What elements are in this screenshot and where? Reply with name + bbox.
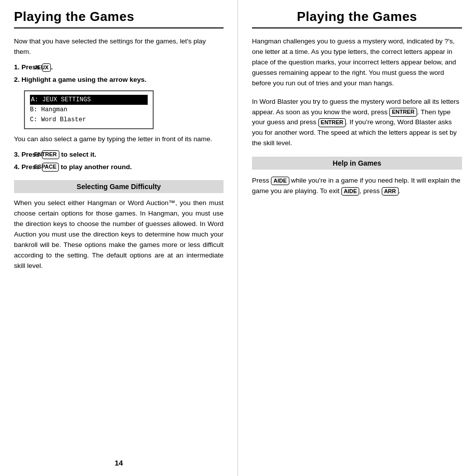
step-4-after: to play another round.: [59, 163, 132, 171]
wordblaster-text: In Word Blaster you try to guess the mys…: [252, 97, 462, 149]
page-container: Playing the Games Now that you have sele…: [0, 0, 476, 476]
step-2-text: Highlight a game using the arrow keys.: [21, 76, 147, 83]
right-divider: [252, 27, 462, 28]
left-divider: [14, 27, 224, 28]
left-column: Playing the Games Now that you have sele…: [0, 0, 238, 476]
step-4: 4. Press ESPACE to play another round.: [14, 162, 224, 173]
screen-row-2: B: Hangman: [30, 105, 148, 115]
entrer-key-wb1: ENTRER: [389, 108, 417, 116]
left-page-title: Playing the Games: [14, 9, 224, 24]
jeux-key: JEUX: [42, 63, 51, 72]
right-column: Playing the Games Hangman challenges you…: [238, 0, 476, 476]
step-3-num: 3.: [14, 151, 21, 158]
step-1: 1. Press JEUX.: [14, 62, 224, 73]
hangman-text: Hangman challenges you to guess a myster…: [252, 36, 462, 89]
step-2-num: 2.: [14, 76, 21, 83]
step-4-num: 4.: [14, 163, 21, 171]
step-2: 2. Highlight a game using the arrow keys…: [14, 75, 224, 85]
screen-display: A: JEUX SETTINGS B: Hangman C: Word Blas…: [24, 90, 154, 129]
screen-note: You can also select a game by typing the…: [14, 134, 224, 145]
step-1-after: .: [51, 63, 53, 71]
steps-list: 1. Press JEUX. 2. Highlight a game using…: [14, 62, 224, 85]
help-section-header: Help in Games: [252, 157, 462, 170]
entrer-key-1: ENTRER: [42, 150, 59, 159]
steps-list-2: 3. Press ENTRER to select it. 4. Press E…: [14, 150, 224, 173]
help-text: Press AIDE while you're in a game if you…: [252, 176, 462, 197]
screen-row-3: C: Word Blaster: [30, 115, 148, 125]
entrer-key-wb2: ENTRER: [318, 118, 346, 127]
screen-row-1: A: JEUX SETTINGS: [30, 95, 148, 105]
step-1-num: 1.: [14, 63, 21, 71]
arr-key: ARR: [382, 187, 399, 196]
aide-key-1: AIDE: [271, 177, 289, 185]
page-number: 14: [115, 459, 123, 467]
difficulty-section-header: Selecting Game Difficulty: [14, 180, 224, 193]
help-text-3: , press: [359, 187, 381, 195]
aide-key-2: AIDE: [341, 187, 359, 196]
screen-highlighted-row: A: JEUX SETTINGS: [30, 95, 148, 105]
intro-text: Now that you have selected the settings …: [14, 36, 224, 57]
right-page-title: Playing the Games: [252, 9, 462, 24]
help-text-1: Press: [252, 177, 271, 184]
espace-key: ESPACE: [42, 163, 59, 171]
help-text-4: .: [399, 187, 401, 195]
difficulty-body: When you select either Hangman or Word A…: [14, 198, 224, 271]
step-3: 3. Press ENTRER to select it.: [14, 150, 224, 160]
step-3-after: to select it.: [59, 151, 96, 158]
